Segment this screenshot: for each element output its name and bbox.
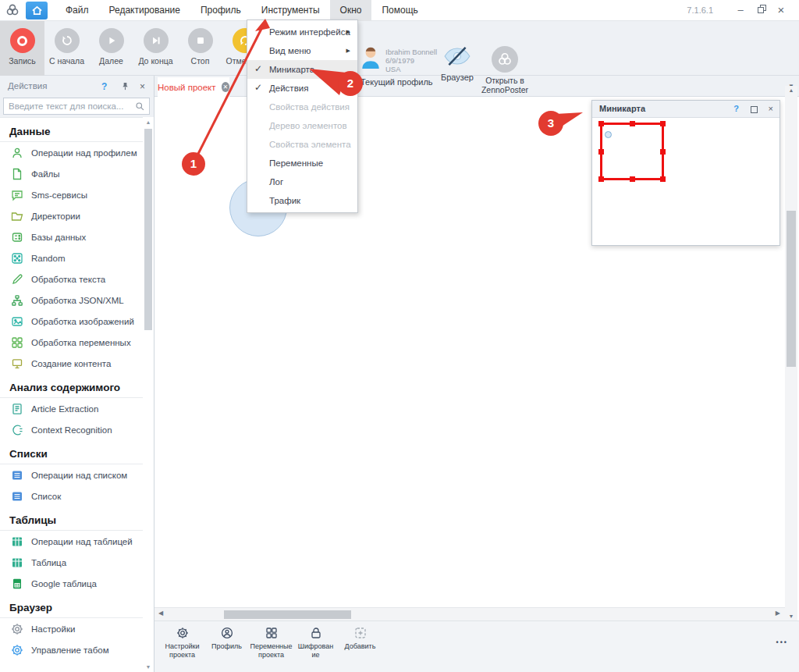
action-item[interactable]: Обработка изображений: [0, 311, 143, 332]
action-item[interactable]: Управление табом: [0, 639, 143, 660]
browser-button[interactable]: Браузер: [437, 46, 478, 82]
action-item[interactable]: Файлы: [0, 163, 143, 184]
pin-icon[interactable]: [121, 82, 130, 91]
action-item-label: Директории: [31, 212, 80, 221]
dice-icon: [11, 252, 23, 265]
menu-item-checked[interactable]: ✓Миникарта: [247, 60, 357, 79]
scroll-left-icon[interactable]: ◀: [158, 610, 163, 617]
section-title: Данные: [0, 118, 143, 142]
project-bar-button[interactable]: Добавить: [338, 621, 382, 659]
scroll-up-icon[interactable]: ▲: [144, 119, 153, 125]
restore-button[interactable]: [751, 0, 771, 20]
action-item[interactable]: Random: [0, 247, 143, 268]
scroll-right-icon[interactable]: ▶: [776, 610, 780, 617]
profile-country: USA: [385, 65, 437, 73]
menu-item-plain[interactable]: Свойства действия: [247, 98, 357, 116]
home-icon: [31, 5, 43, 16]
menubar-item[interactable]: Редактирование: [99, 0, 190, 21]
window-menu-dropdown: Режим интерфейса▶Вид меню▶✓Миникарта✓Дей…: [247, 20, 358, 213]
profile-birth: 6/9/1979: [385, 56, 437, 65]
project-bar-button[interactable]: Настройки проекта: [160, 621, 204, 659]
minimize-button[interactable]: –: [730, 0, 751, 20]
action-item[interactable]: Google таблица: [0, 573, 143, 594]
menu-item-plain[interactable]: Вид меню▶: [247, 41, 357, 60]
toolbar-button[interactable]: Далее: [89, 21, 133, 76]
close-icon[interactable]: ×: [769, 104, 773, 113]
image-icon: [11, 315, 23, 328]
menubar-item[interactable]: Помощь: [371, 0, 428, 21]
search-input[interactable]: [4, 98, 149, 114]
menu-item-plain[interactable]: Переменные: [247, 154, 357, 172]
sidebar-scrollbar[interactable]: ▲ ▼: [144, 119, 153, 670]
toolbar-button-label: До конца: [138, 56, 172, 66]
action-item-label: Список: [31, 492, 61, 501]
action-item[interactable]: Context Recognition: [0, 419, 143, 440]
help-icon[interactable]: ?: [733, 104, 739, 113]
action-item[interactable]: Настройки: [0, 618, 143, 639]
maximize-icon[interactable]: [751, 104, 758, 113]
menubar-item[interactable]: Файл: [55, 0, 99, 21]
more-options-icon[interactable]: •••: [776, 638, 788, 646]
action-item[interactable]: Sms-сервисы: [0, 184, 143, 205]
actions-list: ДанныеОперации над профилемФайлыSms-серв…: [0, 117, 143, 672]
close-button[interactable]: ×: [771, 0, 791, 20]
minimap-body[interactable]: [592, 118, 779, 245]
section-title: Таблицы: [0, 507, 143, 531]
action-item[interactable]: Обработка переменных: [0, 332, 143, 353]
menu-item-label: Миникарта: [269, 65, 314, 74]
help-icon[interactable]: ?: [101, 81, 107, 92]
action-item[interactable]: Обработка JSON/XML: [0, 290, 143, 311]
menubar-item[interactable]: Окно: [330, 0, 372, 21]
menu-item-plain[interactable]: Свойства элемента: [247, 135, 357, 154]
open-in-zennoposter-button[interactable]: Открыть в ZennoPoster: [476, 46, 534, 94]
tab-new-project[interactable]: Новый проект ✕: [158, 77, 229, 97]
menu-item-plain[interactable]: Трафик: [247, 191, 357, 210]
project-bar-button[interactable]: Шифрование: [293, 621, 338, 659]
scrollbar-thumb[interactable]: [787, 211, 796, 367]
scroll-up-icon[interactable]: ▲: [785, 87, 797, 93]
avatar: [360, 46, 381, 73]
canvas-horizontal-scrollbar[interactable]: ◀ ▶: [154, 607, 785, 620]
project-bar-button[interactable]: Переменные проекта: [249, 621, 293, 659]
scroll-down-icon[interactable]: ▼: [785, 613, 797, 619]
scrollbar-thumb[interactable]: [144, 129, 152, 330]
action-item[interactable]: Обработка текста: [0, 268, 143, 290]
toolbar-button[interactable]: До конца: [133, 21, 178, 76]
minimap-header[interactable]: Миникарта ? ×: [592, 101, 779, 118]
scroll-down-icon[interactable]: ▼: [144, 664, 153, 670]
profile-caption: Текущий профиль: [360, 77, 446, 87]
action-item-label: Файлы: [31, 169, 60, 179]
action-item[interactable]: Операции над списком: [0, 464, 143, 485]
project-bar-button[interactable]: Профиль: [204, 621, 249, 659]
toolbar-button[interactable]: С начала: [44, 21, 89, 76]
action-item[interactable]: Директории: [0, 205, 143, 226]
titlebar-right: 7.1.6.1 – ×: [687, 0, 799, 20]
action-item[interactable]: Article Extraction: [0, 398, 143, 419]
menubar-item[interactable]: Инструменты: [251, 0, 330, 21]
action-item[interactable]: Таблица: [0, 552, 143, 573]
menu-item-plain[interactable]: Режим интерфейса▶: [247, 23, 357, 41]
action-item[interactable]: Операции над профилем: [0, 142, 143, 163]
home-button[interactable]: [26, 2, 48, 20]
action-item[interactable]: Операции над таблицей: [0, 531, 143, 552]
action-item-label: Операции над таблицей: [31, 537, 133, 546]
menubar-item[interactable]: Профиль: [190, 0, 251, 21]
search-icon[interactable]: [135, 101, 145, 112]
scrollbar-thumb[interactable]: [224, 610, 351, 619]
action-item[interactable]: Создание контента: [0, 353, 143, 374]
current-profile-button[interactable]: Ibrahim Bonnell 6/9/1979 USA Текущий про…: [360, 46, 446, 87]
toolbar-button[interactable]: Запись: [0, 21, 44, 76]
close-panel-icon[interactable]: ×: [140, 81, 145, 92]
section-title: Анализ содержимого: [0, 374, 143, 398]
menu-item-plain[interactable]: Дерево элементов: [247, 116, 357, 135]
menu-item-plain[interactable]: Лог: [247, 172, 357, 191]
menu-item-checked[interactable]: ✓Действия: [247, 79, 357, 98]
person-icon: [11, 147, 23, 159]
action-item-label: Sms-сервисы: [31, 190, 87, 200]
action-item[interactable]: Список: [0, 485, 143, 507]
action-item[interactable]: Базы данных: [0, 226, 143, 247]
toolbar-button[interactable]: Стоп: [178, 21, 222, 76]
canvas-vertical-scrollbar[interactable]: ▲ ▼: [785, 86, 797, 620]
tab-close-icon[interactable]: ✕: [222, 82, 229, 92]
minimap-title: Миникарта: [599, 104, 645, 113]
